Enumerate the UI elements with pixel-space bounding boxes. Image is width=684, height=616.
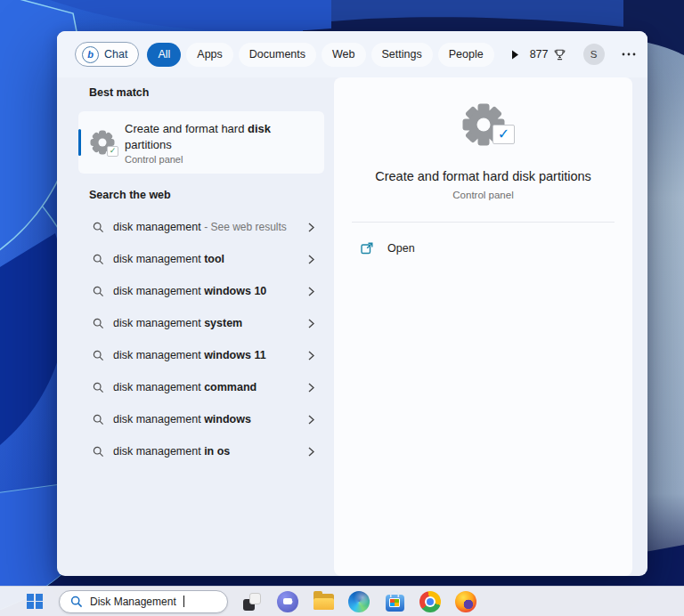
search-icon <box>93 222 104 233</box>
web-suggestion-list: disk management - See web results disk m… <box>57 213 334 466</box>
edge-button[interactable] <box>347 590 370 613</box>
check-badge-icon: ✓ <box>493 125 515 144</box>
search-icon <box>93 254 104 265</box>
chevron-right-icon[interactable] <box>306 381 316 394</box>
disk-management-icon-large: ✓ <box>462 103 504 145</box>
file-explorer-icon <box>314 594 334 610</box>
tab-web[interactable]: Web <box>322 43 365 67</box>
desktop: b Chat All Apps Documents Web Settings P… <box>0 0 684 616</box>
search-icon <box>93 382 104 393</box>
rewards-button[interactable]: 877 <box>525 47 572 62</box>
tab-documents[interactable]: Documents <box>239 43 316 67</box>
search-icon <box>93 446 104 458</box>
divider <box>352 222 615 223</box>
web-suggestion[interactable]: disk management - See web results <box>78 213 324 241</box>
file-explorer-button[interactable] <box>312 590 335 613</box>
results-pane: Best match ✓ Create and format hard disk… <box>57 77 334 576</box>
open-label: Open <box>387 242 415 255</box>
disk-management-icon: ✓ <box>90 131 114 155</box>
open-action[interactable]: Open <box>352 235 615 262</box>
bing-icon: b <box>82 46 99 63</box>
chevron-right-icon[interactable] <box>306 413 316 426</box>
task-view-icon <box>243 593 261 611</box>
search-filter-bar: b Chat All Apps Documents Web Settings P… <box>57 31 647 77</box>
more-options-icon[interactable] <box>616 52 641 57</box>
edge-icon <box>348 591 370 612</box>
filter-tabs: All Apps Documents Web Settings People <box>147 43 493 67</box>
web-suggestion[interactable]: disk management in os <box>78 437 324 466</box>
text-cursor <box>183 596 185 607</box>
taskbar-search-value: Disk Management <box>90 596 176 608</box>
tab-all[interactable]: All <box>147 43 181 67</box>
preview-subtitle: Control panel <box>334 190 632 200</box>
web-suggestion[interactable]: disk management tool <box>78 245 324 273</box>
teams-chat-button[interactable] <box>276 590 299 613</box>
web-suggestion[interactable]: disk management windows 11 <box>78 341 324 369</box>
best-match-title: Create and format hard disk partitions <box>125 122 271 151</box>
taskbar: Disk Management <box>0 586 684 616</box>
preview-title: Create and format hard disk partitions <box>334 169 632 183</box>
start-button[interactable] <box>23 590 46 613</box>
search-icon <box>93 286 104 297</box>
microsoft-store-icon <box>386 595 404 612</box>
chevron-right-icon[interactable] <box>306 253 316 266</box>
chevron-right-icon[interactable] <box>306 285 316 298</box>
chevron-right-icon[interactable] <box>306 445 316 458</box>
search-icon <box>70 596 83 608</box>
teams-chat-icon <box>277 591 298 612</box>
microsoft-store-button[interactable] <box>383 590 406 613</box>
more-filters-arrow-icon[interactable] <box>506 49 525 61</box>
firefox-icon <box>455 591 476 612</box>
task-view-button[interactable] <box>240 590 264 613</box>
best-match-subtitle: Control panel <box>125 154 315 165</box>
web-suggestion[interactable]: disk management windows <box>78 405 324 434</box>
rewards-trophy-icon <box>553 48 566 61</box>
search-web-header: Search the web <box>89 189 334 202</box>
search-icon <box>93 350 104 361</box>
firefox-button[interactable] <box>454 590 477 613</box>
rewards-points: 877 <box>530 48 549 61</box>
web-suggestion[interactable]: disk management windows 10 <box>78 277 324 305</box>
best-match-result[interactable]: ✓ Create and format hard disk partitions… <box>78 111 324 174</box>
chrome-icon <box>419 591 441 612</box>
check-badge-icon: ✓ <box>107 146 118 157</box>
search-icon <box>93 414 104 426</box>
search-icon <box>93 318 104 329</box>
web-suggestion[interactable]: disk management command <box>78 373 324 401</box>
preview-pane: ✓ Create and format hard disk partitions… <box>334 77 632 576</box>
chevron-right-icon[interactable] <box>306 349 316 362</box>
chat-label: Chat <box>104 48 127 61</box>
chrome-button[interactable] <box>419 590 442 613</box>
windows-logo-icon <box>27 594 43 610</box>
open-external-icon <box>360 241 374 255</box>
web-suggestion[interactable]: disk management system <box>78 309 324 337</box>
taskbar-search-box[interactable]: Disk Management <box>59 590 228 613</box>
tab-apps[interactable]: Apps <box>186 43 233 67</box>
chevron-right-icon[interactable] <box>306 221 316 234</box>
chat-button[interactable]: b Chat <box>75 42 139 67</box>
chevron-right-icon[interactable] <box>306 317 316 330</box>
tab-settings[interactable]: Settings <box>371 43 433 67</box>
best-match-header: Best match <box>89 86 334 100</box>
tab-people[interactable]: People <box>438 43 494 67</box>
selection-accent-bar <box>78 129 81 156</box>
account-avatar[interactable]: S <box>583 44 605 65</box>
search-flyout: b Chat All Apps Documents Web Settings P… <box>57 31 647 576</box>
